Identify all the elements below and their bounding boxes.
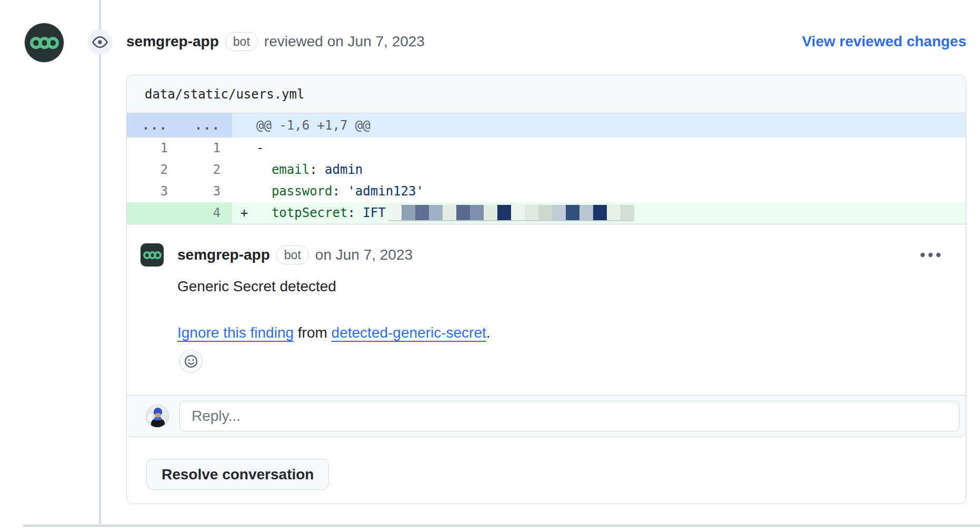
reply-bar: Reply... (127, 395, 966, 437)
diff-hunk-row: ... ... @@ -1,6 +1,7 @@ (127, 113, 966, 137)
redacted-secret (388, 205, 634, 221)
diff-sign (232, 137, 256, 159)
links-period: . (486, 324, 491, 341)
hunk-dots-new[interactable]: ... (179, 113, 232, 137)
comment-date: on Jun 7, 2023 (315, 247, 413, 263)
links-middle-text: from (294, 324, 332, 341)
add-reaction-button[interactable] (179, 350, 203, 373)
reply-input[interactable]: Reply... (179, 401, 959, 431)
review-author[interactable]: semgrep-app (126, 33, 219, 50)
bottom-divider (23, 525, 980, 527)
comment-section: semgrep-app bot on Jun 7, 2023 Generic S… (127, 224, 966, 395)
old-line-number: 1 (127, 137, 179, 159)
old-line-number (127, 202, 179, 224)
smiley-icon (184, 354, 198, 368)
comment-options-kebab-icon[interactable] (916, 249, 945, 261)
timeline-line (99, 0, 101, 525)
comment-meta: semgrep-app bot on Jun 7, 2023 (177, 245, 413, 264)
hunk-expand-gutter[interactable]: ... ... (127, 113, 232, 137)
diff-sign (232, 159, 256, 181)
diff-rows: 11-22 email: admin33 password: 'admin123… (127, 137, 966, 224)
new-line-number: 2 (179, 159, 232, 181)
eye-icon (92, 34, 108, 50)
semgrep-avatar[interactable] (24, 23, 64, 63)
review-action-text: reviewed on Jun 7, 2023 (264, 33, 425, 50)
diff-table: ... ... @@ -1,6 +1,7 @@ 11-22 email: adm… (127, 113, 966, 224)
file-path[interactable]: data/static/users.yml (145, 87, 304, 102)
comment-body-text: Generic Secret detected (177, 278, 945, 295)
comment-header: semgrep-app bot on Jun 7, 2023 (141, 243, 945, 267)
view-reviewed-changes-link[interactable]: View reviewed changes (802, 30, 966, 53)
bot-badge: bot (276, 245, 309, 264)
new-line-number: 1 (179, 137, 232, 159)
review-thread-card: data/static/users.yml ... ... @@ -1,6 +1… (126, 75, 966, 504)
old-line-number: 3 (127, 181, 179, 202)
code-line: password: 'admin123' (256, 181, 966, 202)
diff-sign: + (232, 202, 256, 224)
rule-link[interactable]: detected-generic-secret (332, 324, 486, 341)
code-line: email: admin (256, 159, 966, 181)
diff-sign (232, 181, 256, 202)
hunk-dots-old[interactable]: ... (127, 113, 179, 137)
diff-row: 4+ totpSecret: IFT (127, 202, 966, 224)
current-user-avatar[interactable] (146, 405, 169, 428)
new-line-number: 3 (179, 181, 232, 202)
diff-row: 11- (127, 137, 966, 159)
comment-links: Ignore this finding from detected-generi… (177, 324, 945, 341)
ignore-finding-link[interactable]: Ignore this finding (177, 324, 294, 341)
new-line-number: 4 (179, 202, 232, 224)
card-footer: Resolve conversation (127, 437, 966, 490)
code-line: - (256, 137, 966, 159)
review-eye-badge (87, 29, 113, 55)
resolve-conversation-button[interactable]: Resolve conversation (146, 459, 329, 490)
diff-row: 33 password: 'admin123' (127, 181, 966, 202)
code-line: totpSecret: IFT (256, 202, 966, 224)
bot-badge: bot (225, 32, 258, 51)
hunk-header-text: @@ -1,6 +1,7 @@ (232, 113, 966, 137)
old-line-number: 2 (127, 159, 179, 181)
review-header: semgrep-app bot reviewed on Jun 7, 2023 (126, 30, 425, 53)
diff-row: 22 email: admin (127, 159, 966, 181)
comment-author[interactable]: semgrep-app (177, 247, 270, 263)
comment-author-avatar[interactable] (141, 243, 164, 267)
diff-file-header[interactable]: data/static/users.yml (127, 75, 966, 113)
